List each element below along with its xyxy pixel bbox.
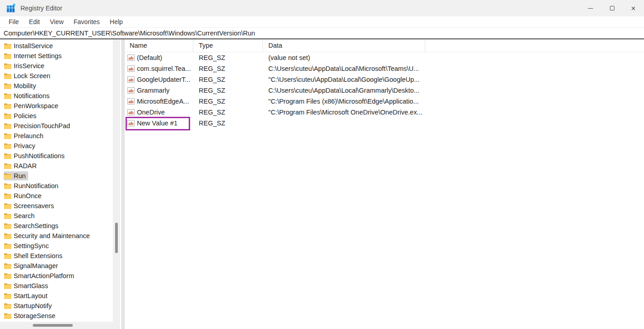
- tree-item-label: Lock Screen: [14, 72, 50, 80]
- folder-icon: [4, 183, 11, 189]
- tree-item[interactable]: Mobility: [0, 81, 122, 91]
- column-header-data[interactable]: Data: [263, 40, 425, 52]
- tree-vertical-scrollbar[interactable]: [113, 40, 120, 329]
- tree-item-label: SignalManager: [14, 262, 58, 269]
- expander-chevron-icon[interactable]: [0, 91, 4, 101]
- registry-value-row[interactable]: ab (Default) REG_SZ (value not set): [124, 52, 644, 63]
- expander-chevron-icon[interactable]: ›: [0, 191, 4, 201]
- tree-item[interactable]: SmartActionPlatform: [0, 271, 122, 281]
- tree-item[interactable]: StorageSense: [0, 311, 122, 321]
- expander-chevron-icon[interactable]: ›: [0, 301, 4, 311]
- tree-item[interactable]: Shell Extensions: [0, 251, 122, 261]
- registry-value-row[interactable]: ab GoogleUpdaterT... REG_SZ "C:\Users\cu…: [124, 74, 644, 85]
- tree-horizontal-scrollbar-thumb[interactable]: [33, 324, 73, 327]
- expander-chevron-icon[interactable]: [0, 171, 4, 181]
- tree-item[interactable]: › RADAR: [0, 161, 122, 171]
- expander-chevron-icon[interactable]: [0, 151, 4, 161]
- tree-item-label: StartupNotify: [14, 302, 52, 309]
- expander-chevron-icon[interactable]: [0, 221, 4, 231]
- expander-chevron-icon[interactable]: [0, 311, 4, 321]
- tree-item[interactable]: Internet Settings: [0, 51, 122, 61]
- tree-item[interactable]: › Privacy: [0, 141, 122, 151]
- tree-item[interactable]: InstallService: [0, 41, 122, 51]
- tree-item[interactable]: PushNotifications: [0, 151, 122, 161]
- tree-item-label: SmartGlass: [14, 282, 48, 289]
- expander-chevron-icon[interactable]: [0, 251, 4, 261]
- tree-item-label: Mobility: [14, 82, 36, 90]
- tree-item[interactable]: SignalManager: [0, 261, 122, 271]
- registry-value-row[interactable]: ab Grammarly REG_SZ C:\Users\cuteu\AppDa…: [124, 85, 644, 96]
- folder-icon: [4, 263, 11, 269]
- menu-file[interactable]: File: [4, 18, 24, 25]
- expander-chevron-icon[interactable]: [0, 41, 4, 51]
- close-button[interactable]: ×: [623, 0, 644, 16]
- registry-value-row[interactable]: ab OneDrive REG_SZ "C:\Program Files\Mic…: [124, 107, 644, 118]
- expander-chevron-icon[interactable]: [0, 291, 4, 301]
- folder-icon: [4, 203, 11, 209]
- tree-item[interactable]: SettingSync: [0, 241, 122, 251]
- menu-help[interactable]: Help: [105, 18, 128, 25]
- expander-chevron-icon[interactable]: [0, 261, 4, 271]
- value-name: OneDrive: [137, 109, 165, 116]
- expander-chevron-icon[interactable]: [0, 51, 4, 61]
- tree-item[interactable]: › Prelaunch: [0, 131, 122, 141]
- tree-item[interactable]: SearchSettings: [0, 221, 122, 231]
- menu-favorites[interactable]: Favorites: [69, 18, 105, 25]
- expander-chevron-icon[interactable]: [0, 231, 4, 241]
- tree-item[interactable]: › SmartGlass: [0, 281, 122, 291]
- expander-chevron-icon[interactable]: ›: [0, 111, 4, 121]
- tree-item[interactable]: Search: [0, 211, 122, 221]
- tree-item[interactable]: › RunOnce: [0, 191, 122, 201]
- tree: InstallService Internet Settings Iri: [0, 40, 122, 321]
- tree-item[interactable]: IrisService: [0, 61, 122, 71]
- expander-chevron-icon[interactable]: [0, 61, 4, 71]
- maximize-button[interactable]: [601, 0, 623, 16]
- expander-chevron-icon[interactable]: ›: [0, 181, 4, 191]
- key-tree-panel: InstallService Internet Settings Iri: [0, 40, 122, 329]
- tree-item[interactable]: Screensavers: [0, 201, 122, 211]
- expander-chevron-icon[interactable]: ›: [0, 161, 4, 171]
- expander-chevron-icon[interactable]: [0, 241, 4, 251]
- folder-icon: [4, 303, 11, 309]
- tree-item-label: RunOnce: [14, 192, 41, 199]
- expander-chevron-icon[interactable]: ›: [0, 131, 4, 141]
- tree-item[interactable]: › Policies: [0, 111, 122, 121]
- expander-chevron-icon[interactable]: ›: [0, 281, 4, 291]
- registry-value-row[interactable]: ab com.squirrel.Tea... REG_SZ C:\Users\c…: [124, 63, 644, 74]
- expander-chevron-icon[interactable]: [0, 101, 4, 111]
- registry-value-row[interactable]: ab MicrosoftEdgeA... REG_SZ "C:\Program …: [124, 96, 644, 107]
- tree-item[interactable]: StartLayout: [0, 291, 122, 301]
- string-value-icon: ab: [127, 55, 135, 61]
- tree-item[interactable]: › RunNotification: [0, 181, 122, 191]
- tree-item-label: Search: [14, 212, 35, 219]
- tree-item[interactable]: Lock Screen: [0, 71, 122, 81]
- value-data: "C:\Users\cuteu\AppData\Local\Google\Goo…: [263, 76, 419, 83]
- tree-item-label: RunNotification: [14, 182, 58, 189]
- menu-view[interactable]: View: [45, 18, 69, 25]
- value-type: REG_SZ: [193, 65, 263, 72]
- tree-item-label: Prelaunch: [14, 132, 43, 140]
- expander-chevron-icon[interactable]: [0, 211, 4, 221]
- tree-item[interactable]: Run: [0, 171, 122, 181]
- registry-value-row[interactable]: ab New Value #1 REG_SZ: [124, 118, 644, 129]
- expander-chevron-icon[interactable]: ›: [0, 141, 4, 151]
- expander-chevron-icon[interactable]: [0, 121, 4, 131]
- value-data: "C:\Program Files\Microsoft OneDrive\One…: [263, 109, 423, 116]
- tree-item[interactable]: Security and Maintenance: [0, 231, 122, 241]
- tree-item[interactable]: › StartupNotify: [0, 301, 122, 311]
- tree-item-label: IrisService: [14, 62, 45, 70]
- tree-item[interactable]: PenWorkspace: [0, 101, 122, 111]
- tree-item[interactable]: Notifications: [0, 91, 122, 101]
- tree-horizontal-scrollbar[interactable]: [0, 322, 113, 329]
- column-header-type[interactable]: Type: [193, 40, 263, 52]
- expander-chevron-icon[interactable]: [0, 201, 4, 211]
- column-header-name[interactable]: Name: [124, 40, 193, 52]
- expander-chevron-icon[interactable]: [0, 81, 4, 91]
- address-bar[interactable]: Computer\HKEY_CURRENT_USER\Software\Micr…: [0, 28, 644, 40]
- tree-vertical-scrollbar-thumb[interactable]: [115, 223, 118, 253]
- expander-chevron-icon[interactable]: [0, 71, 4, 81]
- expander-chevron-icon[interactable]: [0, 271, 4, 281]
- menu-edit[interactable]: Edit: [24, 18, 45, 25]
- minimize-button[interactable]: [580, 0, 601, 16]
- tree-item[interactable]: PrecisionTouchPad: [0, 121, 122, 131]
